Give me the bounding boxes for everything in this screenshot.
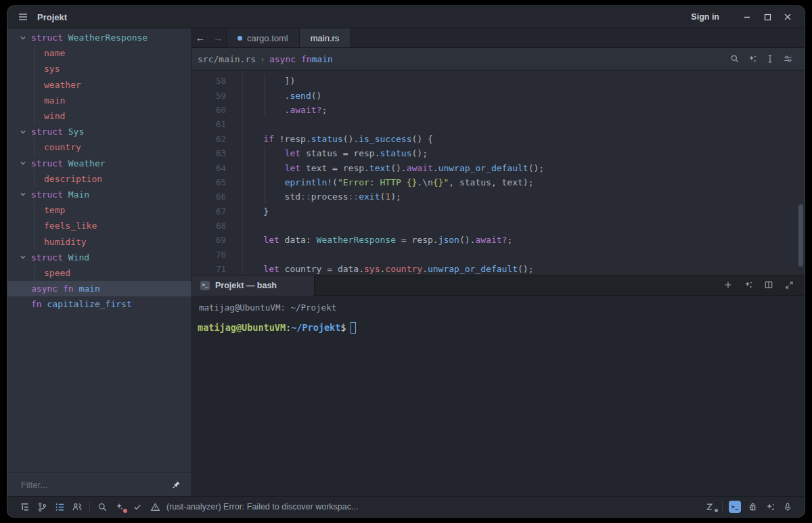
terminal[interactable]: matijag@UbuntuVM: ~/Projekt matijag@Ubun… xyxy=(192,296,805,497)
breadcrumb-context-symbol[interactable]: main xyxy=(312,54,333,64)
code-line-69[interactable]: 69 let data: WeatherResponse = resp.json… xyxy=(192,233,805,247)
code-line-62[interactable]: 62 if !resp.status().is_success() { xyxy=(192,132,805,146)
code-line-61[interactable]: 61 xyxy=(192,117,805,131)
code-line-70[interactable]: 70 xyxy=(192,248,805,262)
code-editor[interactable]: 58 ])59 .send()60 .await?;6162 if !resp.… xyxy=(192,70,805,275)
nav-back-button[interactable]: ← xyxy=(196,33,205,43)
sign-in-button[interactable]: Sign in xyxy=(691,12,719,22)
editor-controls-button[interactable] xyxy=(779,51,796,67)
outline-item-country[interactable]: country xyxy=(35,139,191,155)
project-title[interactable]: Projekt xyxy=(37,12,67,22)
chevron-down-icon[interactable] xyxy=(20,254,31,260)
breadcrumb-context-keyword[interactable]: async fn xyxy=(269,54,312,64)
edit-prediction-status-button[interactable] xyxy=(111,499,129,514)
line-number[interactable]: 59 xyxy=(192,91,242,101)
diagnostics-warning-button[interactable] xyxy=(146,499,164,514)
code-line-58[interactable]: 58 ]) xyxy=(192,74,805,88)
line-number[interactable]: 64 xyxy=(192,163,242,173)
line-number[interactable]: 71 xyxy=(192,264,242,274)
terminal-tab[interactable]: >_ Projekt — bash xyxy=(192,275,315,296)
outline-item-speed[interactable]: speed xyxy=(35,265,191,281)
outline-item-sys[interactable]: sys xyxy=(35,61,191,76)
nav-forward-button[interactable]: → xyxy=(213,33,223,43)
new-terminal-button[interactable] xyxy=(719,277,737,293)
outline-item-Weather[interactable]: struct Weather xyxy=(7,156,191,171)
outline-item-Sys[interactable]: struct Sys xyxy=(7,124,191,139)
audio-call-button[interactable] xyxy=(779,499,796,514)
outline-item-description[interactable]: description xyxy=(35,171,191,187)
symbol-keyword: struct xyxy=(31,158,68,168)
outline-item-name[interactable]: name xyxy=(35,45,191,61)
chevron-down-icon[interactable] xyxy=(20,191,31,198)
project-search-button[interactable] xyxy=(93,499,111,514)
outline-item-WeatherResponse[interactable]: struct WeatherResponse xyxy=(7,30,191,45)
line-number[interactable]: 68 xyxy=(192,221,242,231)
terminal-panel-button[interactable]: >_ xyxy=(726,499,744,514)
line-number[interactable]: 70 xyxy=(192,250,242,260)
code-line-65[interactable]: 65 eprintln!("Error: HTTP {}.\n{}", stat… xyxy=(192,175,805,189)
chevron-down-icon[interactable] xyxy=(20,35,31,41)
diagnostics-check-button[interactable] xyxy=(129,499,146,514)
line-number[interactable]: 67 xyxy=(192,206,242,217)
project-panel-button[interactable] xyxy=(16,499,33,514)
titlebar: Projekt Sign in xyxy=(7,6,805,28)
code-line-63[interactable]: 63 let status = resp.status(); xyxy=(192,146,805,160)
git-panel-button[interactable] xyxy=(33,499,51,514)
outline-item-Main[interactable]: struct Main xyxy=(7,187,191,202)
chevron-down-icon[interactable] xyxy=(20,160,31,166)
selection-mode-button[interactable] xyxy=(761,51,779,67)
code-line-66[interactable]: 66 std::process::exit(1); xyxy=(192,189,805,204)
code-line-59[interactable]: 59 .send() xyxy=(192,88,805,102)
line-number[interactable]: 61 xyxy=(192,119,242,129)
tab-cargo-toml[interactable]: cargo.toml xyxy=(227,28,300,47)
outline-item-weather[interactable]: weather xyxy=(35,77,191,93)
symbol-name: Weather xyxy=(68,158,106,168)
outline-item-wind[interactable]: wind xyxy=(35,108,191,124)
terminal-assist-button[interactable] xyxy=(740,277,757,293)
inline-assist-button[interactable] xyxy=(744,51,761,67)
collab-panel-button[interactable] xyxy=(68,499,86,514)
zed-window: Projekt Sign in struct WeatherResponsena… xyxy=(7,5,805,518)
app-menu-button[interactable] xyxy=(14,9,32,24)
line-number[interactable]: 63 xyxy=(192,148,242,158)
split-pane-button[interactable] xyxy=(760,277,777,293)
filter-input[interactable]: Filter... xyxy=(21,480,172,490)
line-number[interactable]: 58 xyxy=(192,76,242,86)
minimize-button[interactable] xyxy=(737,9,757,24)
pin-toggle-button[interactable] xyxy=(172,480,181,489)
outline-item-Wind[interactable]: struct Wind xyxy=(7,250,191,265)
code-line-60[interactable]: 60 .await?; xyxy=(192,103,805,117)
outline-item-main[interactable]: main xyxy=(35,93,191,108)
maximize-button[interactable] xyxy=(757,9,777,24)
line-number[interactable]: 60 xyxy=(192,105,242,115)
zeta-edit-prediction-button[interactable] xyxy=(701,499,719,514)
debugger-button[interactable] xyxy=(744,499,761,514)
line-number[interactable]: 69 xyxy=(192,235,242,245)
code-line-68[interactable]: 68 xyxy=(192,219,805,233)
outline-item-capitalize_first[interactable]: fn capitalize_first xyxy=(7,296,191,312)
microphone-icon xyxy=(783,502,792,512)
outline-item-temp[interactable]: temp xyxy=(35,202,191,218)
breadcrumb-path[interactable]: src/main.rs xyxy=(198,54,256,64)
outline-item-main[interactable]: async fn main xyxy=(7,281,191,296)
outline-item-humidity[interactable]: humidity xyxy=(35,233,191,249)
code-line-67[interactable]: 67 } xyxy=(192,204,805,219)
symbol-keyword: struct xyxy=(31,189,68,200)
symbol-keyword: struct xyxy=(31,252,68,263)
close-button[interactable] xyxy=(777,9,798,24)
chevron-down-icon[interactable] xyxy=(20,129,31,135)
indent-guide xyxy=(265,74,265,88)
buffer-search-button[interactable] xyxy=(726,51,744,67)
line-number[interactable]: 66 xyxy=(192,191,242,202)
maximize-panel-button[interactable] xyxy=(780,277,798,293)
line-number[interactable]: 65 xyxy=(192,177,242,187)
line-number[interactable]: 62 xyxy=(192,134,242,144)
outline-panel-button[interactable] xyxy=(51,499,68,514)
assistant-panel-button[interactable] xyxy=(761,499,779,514)
code-text: if !resp.status().is_success() { xyxy=(242,134,433,144)
code-line-64[interactable]: 64 let text = resp.text().await.unwrap_o… xyxy=(192,160,805,175)
code-line-71[interactable]: 71 let country = data.sys.country.unwrap… xyxy=(192,262,805,274)
lsp-status-message[interactable]: (rust-analyzer) Error: Failed to discove… xyxy=(166,502,358,511)
outline-item-feels_like[interactable]: feels_like xyxy=(35,218,191,233)
tab-main-rs[interactable]: main.rs xyxy=(300,28,351,47)
